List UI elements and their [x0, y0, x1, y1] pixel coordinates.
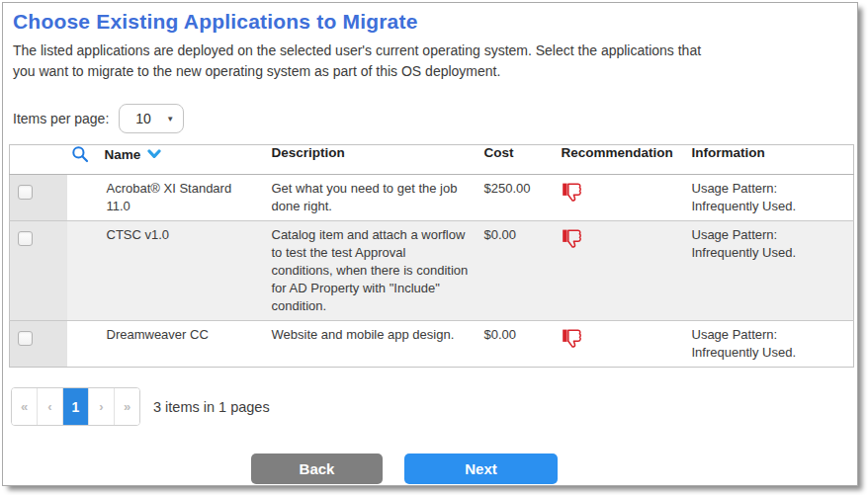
description-column-header: Description — [264, 145, 477, 175]
table-row: CTSC v1.0 Catalog item and attach a worf… — [10, 221, 854, 321]
items-per-page-value: 10 — [135, 111, 151, 126]
checkbox-column-header — [10, 145, 67, 175]
items-per-page-select[interactable]: 10 ▼ — [119, 104, 184, 133]
thumbs-down-icon — [562, 328, 584, 349]
page-description-line: you want to migrate to the new operating… — [13, 61, 847, 82]
items-per-page-row: Items per page: 10 ▼ — [13, 103, 847, 134]
checkbox-cell — [10, 175, 67, 221]
next-page-button[interactable]: › — [89, 388, 115, 425]
application-information: Usage Pattern: Infrequently Used. — [684, 175, 854, 221]
recommendation-cell — [554, 321, 684, 368]
information-column-header: Information — [684, 145, 854, 175]
recommendation-cell — [554, 221, 684, 321]
checkbox-cell — [10, 321, 67, 368]
application-name: Acrobat® XI Standard 11.0 — [67, 175, 264, 221]
applications-table: Name Description Cost Recommendation Inf… — [9, 144, 854, 368]
application-cost: $250.00 — [477, 175, 554, 221]
recommendation-column-header: Recommendation — [554, 145, 684, 175]
checkbox-cell — [10, 221, 67, 321]
application-name: Dreamweaver CC — [67, 321, 264, 368]
application-information: Usage Pattern: Infrequently Used. — [684, 321, 854, 368]
application-description: Website and mobile app design. — [264, 321, 477, 368]
table-header-row: Name Description Cost Recommendation Inf… — [10, 145, 854, 175]
name-column-header[interactable]: Name — [67, 145, 264, 175]
wizard-footer: Back Next — [3, 454, 857, 484]
thumbs-down-icon — [562, 228, 584, 249]
application-description: Catalog item and attach a worflow to tes… — [264, 221, 477, 321]
migrate-applications-dialog: Choose Existing Applications to Migrate … — [2, 2, 858, 486]
search-icon[interactable] — [71, 145, 89, 163]
page-title: Choose Existing Applications to Migrate — [13, 10, 847, 34]
first-page-button[interactable]: « — [12, 388, 38, 425]
cost-column-header: Cost — [477, 145, 554, 175]
page-1-button[interactable]: 1 — [63, 388, 89, 425]
last-page-button[interactable]: » — [115, 388, 139, 425]
table-row: Dreamweaver CC Website and mobile app de… — [10, 321, 854, 368]
row-checkbox[interactable] — [18, 231, 33, 246]
page-description: The listed applications are deployed on … — [13, 41, 847, 82]
recommendation-cell — [554, 175, 684, 221]
row-checkbox[interactable] — [18, 331, 33, 346]
application-information: Usage Pattern: Infrequently Used. — [684, 221, 854, 321]
previous-page-button[interactable]: ‹ — [38, 388, 63, 425]
table-row: Acrobat® XI Standard 11.0 Get what you n… — [10, 175, 854, 221]
page-description-line: The listed applications are deployed on … — [13, 41, 847, 61]
caret-down-icon: ▼ — [166, 115, 174, 124]
application-cost: $0.00 — [477, 321, 554, 368]
application-name: CTSC v1.0 — [67, 221, 264, 321]
next-button[interactable]: Next — [404, 454, 558, 484]
chevron-down-icon[interactable] — [147, 149, 161, 159]
thumbs-down-icon — [562, 182, 584, 203]
pagination-summary: 3 items in 1 pages — [153, 399, 270, 415]
name-column-label: Name — [105, 147, 141, 162]
application-cost: $0.00 — [477, 221, 554, 321]
back-button[interactable]: Back — [251, 454, 383, 484]
row-checkbox[interactable] — [18, 185, 33, 200]
pagination-row: « ‹ 1 › » 3 items in 1 pages — [11, 387, 857, 426]
application-description: Get what you need to get the job done ri… — [264, 175, 477, 221]
pagination-group: « ‹ 1 › » — [11, 387, 140, 426]
items-per-page-label: Items per page: — [13, 111, 109, 126]
